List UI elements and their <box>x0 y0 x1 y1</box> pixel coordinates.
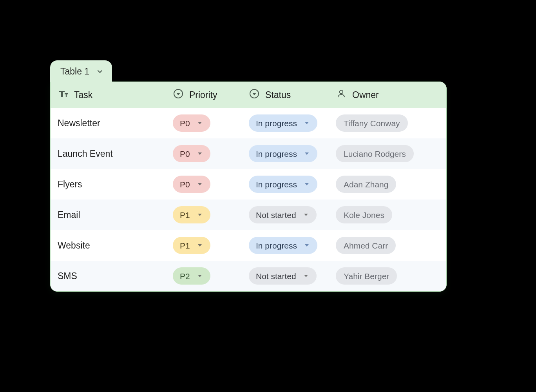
caret-down-icon <box>305 183 309 185</box>
chevron-down-icon <box>96 68 103 75</box>
table-row: FlyersP0In progressAdan Zhang <box>51 169 446 200</box>
status-cell: Not started <box>242 206 329 223</box>
owner-name: Ahmed Carr <box>344 241 388 250</box>
status-value: In progress <box>256 180 297 189</box>
priority-cell: P2 <box>166 267 242 285</box>
task-text: SMS <box>58 271 77 281</box>
status-value: In progress <box>256 150 297 158</box>
priority-value: P0 <box>180 119 190 127</box>
task-text: Launch Event <box>58 149 113 159</box>
status-cell: In progress <box>242 114 329 132</box>
task-text: Email <box>58 210 80 220</box>
status-chip[interactable]: In progress <box>249 114 317 132</box>
status-value: Not started <box>256 272 296 280</box>
caret-down-icon <box>198 214 202 216</box>
owner-name: Adan Zhang <box>344 180 388 189</box>
priority-cell: P1 <box>166 237 242 254</box>
caret-down-icon <box>305 244 309 247</box>
task-cell[interactable]: Launch Event <box>51 149 166 159</box>
caret-down-icon <box>305 152 309 155</box>
owner-name: Luciano Rodgers <box>344 150 406 158</box>
caret-down-icon <box>305 122 309 124</box>
priority-value: P2 <box>180 272 190 280</box>
table-row: SMSP2Not startedYahir Berger <box>51 261 446 291</box>
task-text: Website <box>58 240 90 250</box>
task-cell[interactable]: Newsletter <box>51 118 166 129</box>
owner-name: Yahir Berger <box>344 272 389 280</box>
priority-cell: P0 <box>166 145 242 162</box>
caret-down-icon <box>198 244 202 247</box>
table-tab[interactable]: Table 1 <box>50 60 112 82</box>
owner-chip[interactable]: Ahmed Carr <box>336 237 396 254</box>
table-row: WebsiteP1In progressAhmed Carr <box>51 230 446 261</box>
priority-value: P1 <box>180 241 190 250</box>
column-header-status[interactable]: Status <box>242 88 329 102</box>
priority-cell: P0 <box>166 114 242 132</box>
priority-chip[interactable]: P0 <box>173 176 210 193</box>
owner-chip[interactable]: Yahir Berger <box>336 267 397 285</box>
caret-down-icon <box>198 122 202 124</box>
priority-cell: P0 <box>166 176 242 193</box>
table-row: Launch EventP0In progressLuciano Rodgers <box>51 138 446 169</box>
status-cell: In progress <box>242 237 329 254</box>
task-text: Flyers <box>58 179 82 189</box>
priority-chip[interactable]: P1 <box>173 206 210 223</box>
task-cell[interactable]: SMS <box>51 271 166 281</box>
task-cell[interactable]: Flyers <box>51 179 166 190</box>
table-body: NewsletterP0In progressTiffany ConwayLau… <box>51 108 446 291</box>
column-header-owner[interactable]: Owner <box>329 88 446 102</box>
status-cell: In progress <box>242 176 329 193</box>
status-chip[interactable]: Not started <box>249 267 317 285</box>
column-header-task[interactable]: Task <box>51 88 166 102</box>
caret-down-icon <box>198 152 202 155</box>
caret-down-icon <box>304 214 308 216</box>
owner-cell: Yahir Berger <box>329 267 446 285</box>
priority-value: P1 <box>180 211 190 219</box>
status-chip[interactable]: In progress <box>249 145 317 162</box>
owner-chip[interactable]: Kole Jones <box>336 206 392 223</box>
priority-chip[interactable]: P0 <box>173 145 210 162</box>
owner-name: Kole Jones <box>344 211 384 219</box>
task-text: Newsletter <box>58 118 100 128</box>
person-icon <box>336 88 347 102</box>
status-cell: Not started <box>242 267 329 285</box>
owner-cell: Luciano Rodgers <box>329 145 446 162</box>
table-row: NewsletterP0In progressTiffany Conway <box>51 108 446 138</box>
status-chip[interactable]: In progress <box>249 237 317 254</box>
dropdown-circle-icon <box>249 88 260 102</box>
task-cell[interactable]: Website <box>51 240 166 251</box>
owner-chip[interactable]: Tiffany Conway <box>336 114 408 132</box>
caret-down-icon <box>198 183 202 185</box>
task-cell[interactable]: Email <box>51 210 166 220</box>
status-value: In progress <box>256 119 297 127</box>
column-header-label: Status <box>265 90 291 100</box>
text-type-icon <box>58 88 69 102</box>
table-card: Task Priority Status <box>50 82 447 292</box>
owner-chip[interactable]: Adan Zhang <box>336 176 396 193</box>
status-value: In progress <box>256 241 297 250</box>
owner-name: Tiffany Conway <box>344 119 400 127</box>
column-header-label: Task <box>74 90 92 100</box>
status-chip[interactable]: Not started <box>249 206 317 223</box>
priority-value: P0 <box>180 180 190 189</box>
status-cell: In progress <box>242 145 329 162</box>
table-widget: Table 1 Task <box>50 60 447 292</box>
column-header-label: Priority <box>189 90 217 100</box>
priority-chip[interactable]: P2 <box>173 267 210 285</box>
status-value: Not started <box>256 211 296 219</box>
caret-down-icon <box>304 275 308 277</box>
owner-chip[interactable]: Luciano Rodgers <box>336 145 414 162</box>
priority-chip[interactable]: P1 <box>173 237 210 254</box>
table-header-row: Task Priority Status <box>51 82 446 108</box>
owner-cell: Ahmed Carr <box>329 237 446 254</box>
table-row: EmailP1Not startedKole Jones <box>51 200 446 230</box>
status-chip[interactable]: In progress <box>249 176 317 193</box>
owner-cell: Tiffany Conway <box>329 114 446 132</box>
dropdown-circle-icon <box>173 88 184 102</box>
priority-chip[interactable]: P0 <box>173 114 210 132</box>
owner-cell: Kole Jones <box>329 206 446 223</box>
column-header-label: Owner <box>352 90 379 100</box>
priority-value: P0 <box>180 150 190 158</box>
owner-cell: Adan Zhang <box>329 176 446 193</box>
column-header-priority[interactable]: Priority <box>166 88 242 102</box>
